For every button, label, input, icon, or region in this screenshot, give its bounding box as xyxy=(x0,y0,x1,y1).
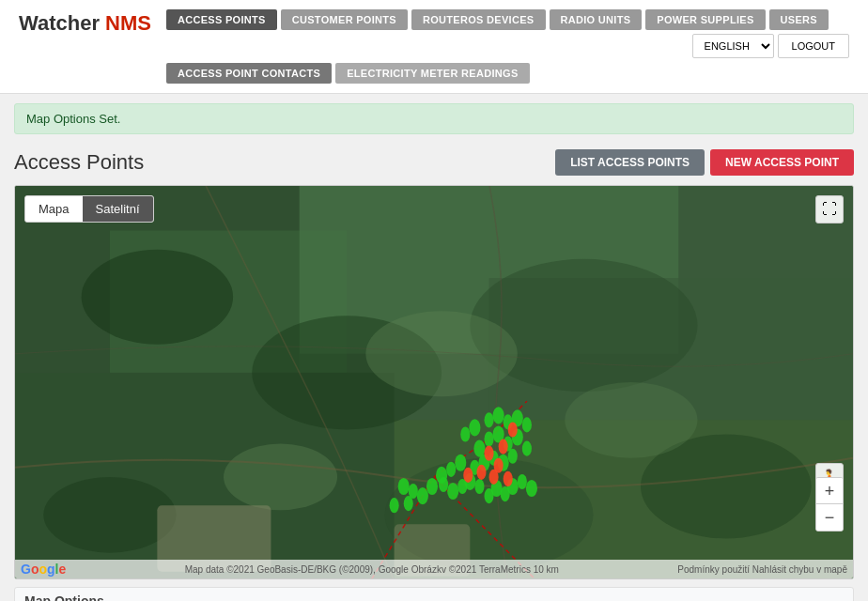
map-footer: Google Map data ©2021 GeoBasis-DE/BKG (©… xyxy=(15,560,853,578)
svg-point-30 xyxy=(398,478,410,495)
nav-electricity-meter-readings[interactable]: ELECTRICITY METER READINGS xyxy=(335,63,529,84)
svg-point-24 xyxy=(447,483,458,500)
map-toggle: Mapa Satelitní xyxy=(24,195,154,223)
svg-point-69 xyxy=(404,496,413,511)
nav-right: ENGLISH CZECH LOGOUT xyxy=(692,34,849,58)
svg-point-51 xyxy=(484,412,493,427)
alert-message: Map Options Set. xyxy=(26,112,120,126)
logo: Watcher NMS xyxy=(19,9,151,36)
svg-point-36 xyxy=(526,480,537,497)
logout-button[interactable]: LOGOUT xyxy=(778,34,849,58)
main-nav-row: ACCESS POINTS CUSTOMER POINTS ROUTEROS D… xyxy=(166,9,849,58)
map-options-title: Map Options xyxy=(24,593,104,601)
sub-nav-row: ACCESS POINT CONTACTS ELECTRICITY METER … xyxy=(166,63,849,84)
svg-point-7 xyxy=(82,250,233,345)
header: Watcher NMS ACCESS POINTS CUSTOMER POINT… xyxy=(0,0,868,94)
map-fullscreen-button[interactable]: ⛶ xyxy=(815,195,844,223)
nav-power-supplies[interactable]: POWER SUPPLIES xyxy=(645,9,765,30)
svg-point-60 xyxy=(504,471,513,486)
nav-area: ACCESS POINTS CUSTOMER POINTS ROUTEROS D… xyxy=(166,9,849,84)
nav-radio-units[interactable]: RADIO UNITS xyxy=(550,9,643,30)
svg-point-61 xyxy=(476,465,486,480)
nav-customer-points[interactable]: CUSTOMER POINTS xyxy=(281,9,408,30)
map-toggle-mapa[interactable]: Mapa xyxy=(25,196,83,222)
svg-point-63 xyxy=(484,446,493,461)
nav-access-point-contacts[interactable]: ACCESS POINT CONTACTS xyxy=(166,63,332,84)
svg-point-64 xyxy=(499,439,508,455)
action-buttons: LIST ACCESS POINTS NEW ACCESS POINT xyxy=(555,149,854,176)
svg-point-11 xyxy=(43,477,176,553)
map-attribution: Map data ©2021 GeoBasis-DE/BKG (©2009), … xyxy=(185,564,559,575)
alert-banner: Map Options Set. xyxy=(14,103,854,134)
nav-users[interactable]: USERS xyxy=(769,9,829,30)
map-zoom-in-button[interactable]: + xyxy=(816,478,843,504)
svg-point-57 xyxy=(460,426,470,441)
map-toggle-satelitni[interactable]: Satelitní xyxy=(83,196,153,222)
svg-point-13 xyxy=(224,444,337,511)
svg-point-27 xyxy=(474,479,484,494)
page-header: Access Points LIST ACCESS POINTS NEW ACC… xyxy=(14,149,854,176)
svg-point-15 xyxy=(565,382,697,458)
svg-point-22 xyxy=(426,478,438,495)
map-zoom-controls: + − xyxy=(815,477,844,532)
svg-point-47 xyxy=(522,441,532,456)
map-zoom-out-button[interactable]: − xyxy=(816,504,843,531)
main-content: Access Points LIST ACCESS POINTS NEW ACC… xyxy=(0,140,868,601)
svg-point-14 xyxy=(365,311,517,396)
svg-point-56 xyxy=(469,419,480,436)
page-title: Access Points xyxy=(14,150,144,175)
svg-point-35 xyxy=(518,474,527,489)
map-container: Mapa Satelitní ⛶ 🚶 + − Google Map data ©… xyxy=(14,185,854,579)
svg-point-49 xyxy=(446,462,456,477)
svg-point-59 xyxy=(463,468,473,483)
svg-point-55 xyxy=(522,417,532,432)
svg-point-48 xyxy=(455,455,466,471)
map-options-section: Map Options xyxy=(14,587,854,601)
svg-point-65 xyxy=(508,422,518,437)
google-logo: Google xyxy=(21,562,66,577)
list-access-points-button[interactable]: LIST ACCESS POINTS xyxy=(555,149,705,176)
nav-access-points[interactable]: ACCESS POINTS xyxy=(166,9,277,30)
map-links: Podmínky použití Nahlásit chybu v mapě xyxy=(677,564,847,575)
svg-point-52 xyxy=(493,407,504,424)
svg-point-62 xyxy=(494,458,504,473)
fullscreen-icon: ⛶ xyxy=(822,201,837,218)
logo-highlight: NMS xyxy=(105,11,151,35)
svg-point-43 xyxy=(484,431,493,446)
svg-point-28 xyxy=(417,487,428,504)
svg-point-50 xyxy=(436,467,447,484)
language-select[interactable]: ENGLISH CZECH xyxy=(692,34,774,58)
svg-point-68 xyxy=(390,498,399,513)
svg-point-42 xyxy=(473,440,485,457)
new-access-point-button[interactable]: NEW ACCESS POINT xyxy=(710,149,854,176)
nav-routeros-devices[interactable]: ROUTEROS DEVICES xyxy=(411,9,546,30)
